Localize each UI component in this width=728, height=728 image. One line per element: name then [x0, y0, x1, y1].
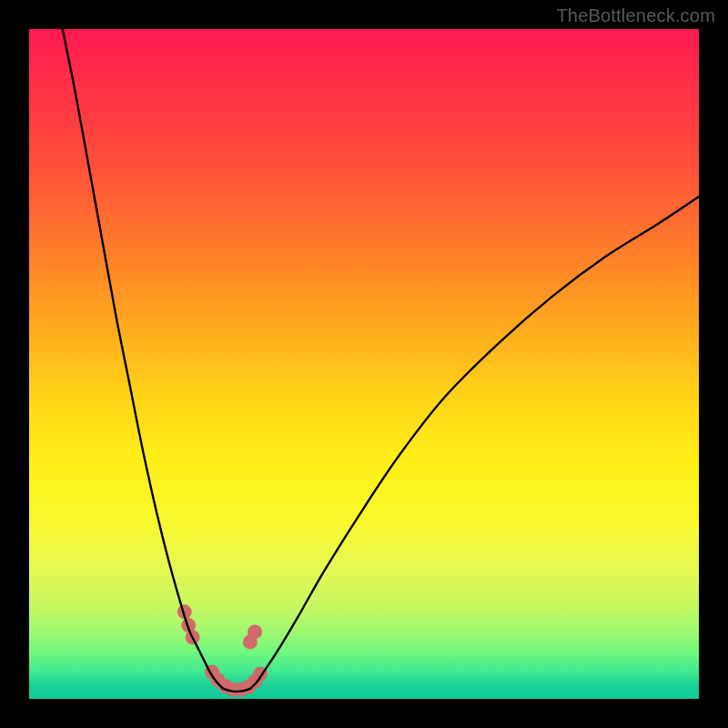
marker-group: [177, 604, 268, 696]
right-curve: [250, 197, 699, 689]
left-curve: [63, 29, 224, 689]
curves-svg: [29, 29, 699, 699]
chart-frame: TheBottleneck.com: [0, 0, 728, 728]
plot-area: [29, 29, 699, 699]
data-marker: [248, 624, 262, 639]
watermark-text: TheBottleneck.com: [556, 5, 715, 26]
